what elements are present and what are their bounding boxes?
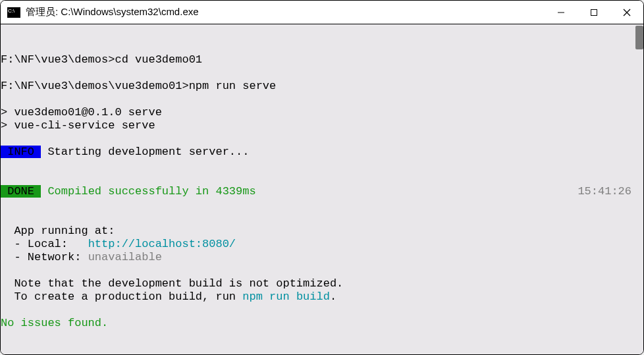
- local-label: - Local:: [1, 238, 88, 250]
- note-line: To create a production build, run npm ru…: [1, 290, 643, 304]
- network-line: - Network: unavailable: [1, 251, 643, 264]
- cmd-icon: [7, 7, 20, 18]
- prompt-line-2: F:\NF\vue3\demos\vue3demo01>npm run serv…: [1, 80, 643, 93]
- info-text: Starting development server...: [41, 146, 249, 158]
- script-output: > vue-cli-service serve: [1, 119, 643, 132]
- prompt-line-1: F:\NF\vue3\demos>cd vue3demo01: [1, 53, 643, 67]
- npm-command: npm run build: [242, 290, 330, 303]
- command-text: npm run serve: [189, 80, 277, 92]
- scrollbar-thumb[interactable]: [635, 26, 643, 49]
- terminal-body[interactable]: F:\NF\vue3\demos>cd vue3demo01 F:\NF\vue…: [1, 24, 643, 354]
- no-issues-text: No issues found.: [1, 317, 643, 330]
- close-button[interactable]: [610, 1, 643, 24]
- note-line: Note that the development build is not o…: [1, 277, 643, 290]
- network-label: - Network:: [1, 251, 88, 263]
- script-output: > vue3demo01@0.1.0 serve: [1, 106, 643, 119]
- local-line: - Local: http://localhost:8080/: [1, 238, 643, 251]
- app-running-label: App running at:: [1, 225, 643, 238]
- done-timestamp: 15:41:26: [577, 185, 631, 198]
- prompt-path: F:\NF\vue3\demos>: [1, 53, 115, 66]
- done-text: Compiled successfully in 4339ms: [41, 185, 255, 198]
- cmd-window: 管理员: C:\Windows\system32\cmd.exe F:\NF\v…: [0, 0, 644, 355]
- network-value: unavailable: [88, 251, 162, 263]
- command-text: cd vue3demo01: [115, 53, 202, 66]
- prompt-path: F:\NF\vue3\demos\vue3demo01>: [1, 80, 189, 92]
- local-url: http://localhost:8080/: [88, 238, 236, 250]
- window-controls: [545, 1, 643, 24]
- window-title: 管理员: C:\Windows\system32\cmd.exe: [26, 6, 545, 18]
- info-badge: INFO: [1, 146, 41, 158]
- svg-rect-1: [591, 9, 597, 15]
- done-badge: DONE: [1, 185, 41, 198]
- done-line: DONE Compiled successfully in 4339ms 15:…: [1, 185, 643, 198]
- titlebar[interactable]: 管理员: C:\Windows\system32\cmd.exe: [1, 1, 643, 24]
- minimize-button[interactable]: [545, 1, 577, 24]
- info-line: INFO Starting development server...: [1, 146, 643, 159]
- maximize-button[interactable]: [577, 1, 610, 24]
